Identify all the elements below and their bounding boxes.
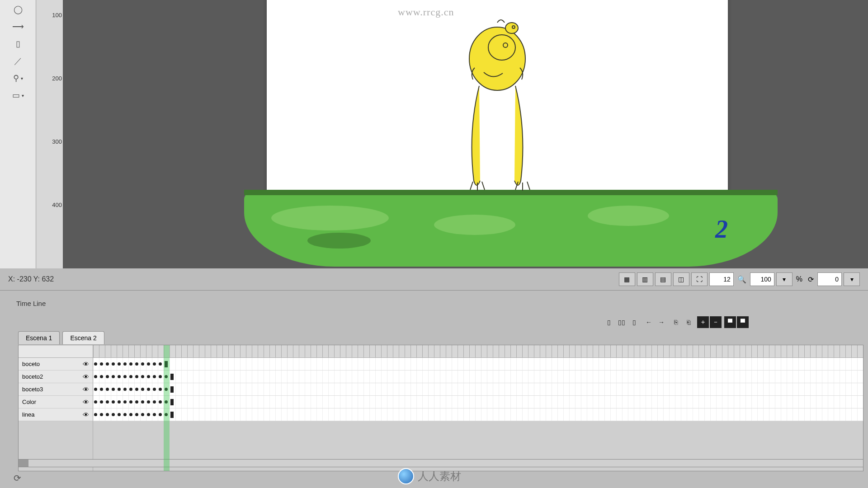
bucket-tool-icon[interactable]: ▯ bbox=[10, 36, 26, 52]
tab-scene2[interactable]: Escena 2 bbox=[62, 331, 104, 344]
zoom-out-timeline-icon[interactable]: － bbox=[710, 316, 722, 328]
visibility-eye-icon[interactable]: 👁 bbox=[83, 399, 89, 406]
timeline-toolbar: ▯ ▯▯ ▯ ← → ⎘ ⎗ ＋ － ▀ ▀ bbox=[0, 313, 868, 331]
rotation-dropdown-icon[interactable]: ▾ bbox=[844, 272, 860, 286]
artboard-tool-icon[interactable]: ▭ bbox=[10, 88, 26, 103]
folder-open-icon[interactable]: ▀ bbox=[724, 316, 736, 328]
svg-point-3 bbox=[505, 23, 518, 33]
grid-view2-icon[interactable]: ▥ bbox=[637, 272, 653, 286]
layer-name: boceto bbox=[22, 361, 40, 367]
visibility-eye-icon[interactable]: 👁 bbox=[83, 373, 89, 380]
del-frame-icon[interactable]: ▯ bbox=[628, 316, 640, 328]
scene-tabs: Escena 1 Escena 2 bbox=[18, 331, 104, 344]
next-frame-icon[interactable]: → bbox=[656, 316, 667, 328]
status-bar: X: -230 Y: 632 ▦ ▥ ▤ ◫ ⛶ 🔍 ▾ % ⟳ ▾ bbox=[0, 268, 868, 290]
zoom-dropdown-icon[interactable]: ▾ bbox=[776, 272, 793, 286]
layer-name: boceto3 bbox=[22, 386, 43, 393]
frame-row[interactable] bbox=[93, 371, 863, 383]
add-frame-icon[interactable]: ▯ bbox=[603, 316, 615, 328]
fps-input[interactable] bbox=[709, 272, 734, 286]
rotation-input[interactable] bbox=[817, 272, 842, 286]
footer-logo: 人人素材 bbox=[398, 468, 461, 484]
frame-row[interactable] bbox=[93, 396, 863, 408]
layer-row[interactable]: boceto2 👁 bbox=[19, 371, 93, 383]
watermark-url: www.rrcg.cn bbox=[398, 6, 454, 18]
layer-row[interactable]: Color 👁 bbox=[19, 396, 93, 408]
timeline-scrollbar[interactable] bbox=[18, 459, 863, 467]
zoom-tool-icon[interactable]: ⚲ bbox=[10, 70, 26, 86]
paste-frame-icon[interactable]: ⎗ bbox=[683, 316, 694, 328]
timeline-panel: Time Line ▯ ▯▯ ▯ ← → ⎘ ⎗ ＋ － ▀ ▀ Escena … bbox=[0, 290, 868, 488]
zoom-unit: % bbox=[794, 275, 804, 283]
lasso-tool-icon[interactable]: ◯ bbox=[10, 2, 26, 17]
grid-view1-icon[interactable]: ▦ bbox=[619, 272, 635, 286]
zoom-in-timeline-icon[interactable]: ＋ bbox=[697, 316, 709, 328]
visibility-eye-icon[interactable]: 👁 bbox=[83, 386, 89, 393]
dup-frame-icon[interactable]: ▯▯ bbox=[616, 316, 627, 328]
layer-row[interactable]: boceto 👁 bbox=[19, 358, 93, 371]
tab-scene1[interactable]: Escena 1 bbox=[18, 331, 60, 344]
grid-view3-icon[interactable]: ▤ bbox=[655, 272, 671, 286]
visibility-eye-icon[interactable]: 👁 bbox=[83, 411, 89, 418]
ruler-tick: 300 bbox=[52, 138, 62, 145]
copy-frame-icon[interactable]: ⎘ bbox=[670, 316, 682, 328]
layer-name: boceto2 bbox=[22, 373, 43, 380]
layer-column: boceto 👁 boceto2 👁 boceto3 👁 Color 👁 lin… bbox=[19, 345, 93, 471]
safe-area-icon[interactable]: ◫ bbox=[673, 272, 689, 286]
brush-tool-icon[interactable]: ／ bbox=[10, 53, 26, 69]
logo-icon bbox=[398, 468, 414, 484]
svg-point-1 bbox=[488, 35, 515, 60]
ruler-vertical: 100 200 300 400 bbox=[36, 0, 63, 268]
frame-row[interactable] bbox=[93, 358, 863, 371]
zoom-icon: 🔍 bbox=[736, 275, 748, 284]
fullscreen-icon[interactable]: ⛶ bbox=[691, 272, 708, 286]
ruler-tick: 100 bbox=[52, 12, 62, 19]
layer-row[interactable]: linea 👁 bbox=[19, 408, 93, 421]
timeline-title: Time Line bbox=[16, 300, 46, 307]
frame-track-area[interactable] bbox=[93, 345, 863, 471]
drawing-ground: 2 bbox=[244, 190, 778, 267]
layer-name: Color bbox=[22, 399, 36, 405]
tool-toolbar: ◯ ⟶ ▯ ／ ⚲ ▭ bbox=[0, 0, 36, 268]
visibility-eye-icon[interactable]: 👁 bbox=[83, 361, 89, 368]
frame-row[interactable] bbox=[93, 408, 863, 421]
cursor-coordinates: X: -230 Y: 632 bbox=[8, 275, 54, 283]
drawing-character bbox=[452, 14, 542, 194]
scrollbar-thumb[interactable] bbox=[19, 460, 28, 467]
timeline-grid: boceto 👁 boceto2 👁 boceto3 👁 Color 👁 lin… bbox=[18, 345, 863, 471]
canvas-viewport[interactable]: www.rrcg.cn 2 bbox=[63, 0, 868, 268]
zoom-input[interactable] bbox=[750, 272, 774, 286]
playhead[interactable] bbox=[164, 345, 170, 471]
prev-frame-icon[interactable]: ← bbox=[643, 316, 655, 328]
frame-annotation-number: 2 bbox=[715, 215, 728, 244]
folder-close-icon[interactable]: ▀ bbox=[737, 316, 749, 328]
frame-row[interactable] bbox=[93, 383, 863, 396]
ruler-tick: 400 bbox=[52, 202, 62, 208]
ruler-tick: 200 bbox=[52, 75, 62, 82]
refresh-icon[interactable]: ⟳ bbox=[14, 473, 21, 483]
layer-name: linea bbox=[22, 411, 34, 418]
line-tool-icon[interactable]: ⟶ bbox=[10, 19, 26, 34]
frame-ruler[interactable] bbox=[93, 345, 863, 358]
footer-logo-text: 人人素材 bbox=[418, 469, 461, 483]
layer-row[interactable]: boceto3 👁 bbox=[19, 383, 93, 396]
rotate-icon: ⟳ bbox=[806, 275, 816, 284]
